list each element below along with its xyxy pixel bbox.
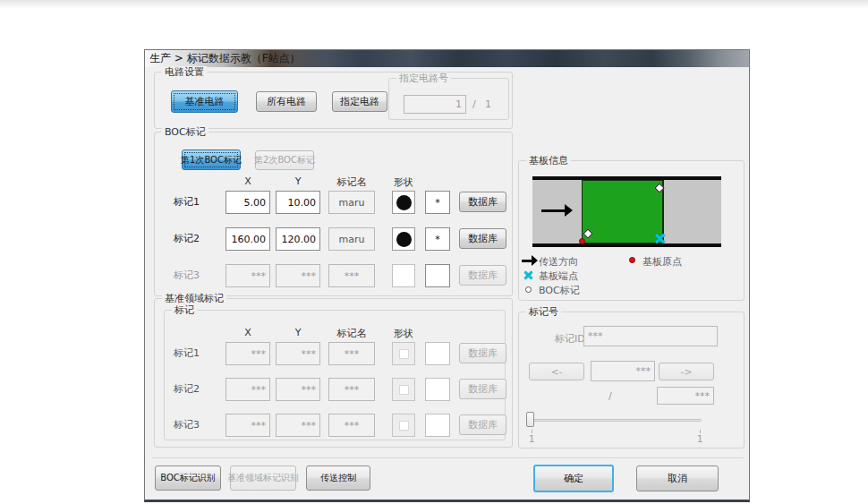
boc-row2-label: 标记2 — [174, 227, 200, 251]
boc-row2-shape-circle-icon — [392, 227, 415, 251]
ref-header-name: 标记名 — [323, 327, 380, 340]
mark-total-field: *** — [657, 387, 714, 405]
prev-mark-button: <- — [529, 363, 584, 380]
ref-area-mark-recognize-button: 基准领域标记识别 — [230, 466, 296, 491]
boc-row3-star-field — [425, 264, 450, 287]
board-endpoint-x-icon — [655, 234, 665, 243]
slider-tick-min — [532, 430, 532, 433]
ref-row2-shape-square-icon — [392, 378, 415, 401]
ref-row2-y-field: *** — [276, 378, 320, 401]
boc-header-name: 标记名 — [323, 175, 380, 189]
boc-row2-y-field[interactable]: 120.00 — [276, 227, 320, 251]
reference-mark-inner-label: 标记 — [172, 304, 197, 316]
cancel-button[interactable]: 取消 — [636, 466, 719, 491]
ref-row3-label: 标记3 — [174, 414, 200, 437]
ref-row3-name-field: *** — [328, 414, 375, 437]
first-boc-mark-button[interactable]: 第1次BOC标记 — [182, 149, 241, 170]
transfer-control-button[interactable]: 传送控制 — [306, 466, 370, 491]
boc-row1-y-field[interactable]: 10.00 — [276, 191, 320, 214]
boc-header-shape: 形状 — [384, 175, 423, 189]
reference-area-mark-label: 基准领域标记 — [162, 293, 226, 304]
circuit-settings-label: 电路设置 — [162, 66, 207, 78]
ref-row2-star-field — [425, 378, 450, 401]
boc-row2-star-field[interactable]: * — [425, 227, 450, 251]
specified-circuit-number-field: 1 — [404, 95, 466, 114]
ref-row1-star-field — [425, 342, 450, 365]
ok-button[interactable]: 确定 — [533, 465, 614, 492]
specify-circuit-button[interactable]: 指定电路 — [332, 91, 387, 112]
boc-row3-shape-empty — [392, 264, 415, 287]
board-rect — [582, 180, 664, 243]
ref-row1-shape-square-icon — [392, 342, 415, 365]
slider-max-label: 1 — [697, 434, 702, 444]
legend-board-endpoint: 基板端点 — [539, 269, 578, 283]
boc-row1-database-button[interactable]: 数据库 — [459, 192, 506, 212]
origin-dot-icon — [629, 257, 635, 263]
boc-row1-x-field[interactable]: 5.00 — [226, 191, 270, 214]
ref-row2-label: 标记2 — [174, 378, 200, 401]
slider-min-label: 1 — [529, 434, 534, 444]
boc-mark-icon — [525, 286, 532, 293]
board-conveyor-graphic — [532, 176, 721, 247]
base-circuit-button[interactable]: 基准电路 — [171, 90, 238, 113]
boc-row3-x-field: *** — [226, 264, 270, 287]
mark-slider-thumb[interactable] — [526, 412, 534, 427]
transfer-arrow-icon — [541, 209, 565, 212]
ref-header-x: X — [226, 327, 270, 338]
boc-row3-name-field: *** — [328, 264, 375, 287]
ref-row2-database-button: 数据库 — [459, 379, 506, 399]
boc-header-x: X — [226, 175, 270, 187]
ref-row3-y-field: *** — [276, 414, 320, 437]
boc-mark-recognize-button[interactable]: BOC标记识别 — [155, 466, 221, 491]
ref-row3-shape-square-icon — [392, 414, 415, 437]
boc-row3-y-field: *** — [276, 264, 320, 287]
ref-row2-x-field: *** — [226, 378, 270, 401]
mark-slider-track[interactable] — [530, 419, 702, 422]
board-info-label: 基板信息 — [526, 155, 571, 167]
ref-header-shape: 形状 — [384, 327, 423, 340]
boc-row2-x-field[interactable]: 160.00 — [226, 227, 270, 251]
specified-circuit-number-label: 指定电路号 — [396, 73, 451, 84]
boc-row2-database-button[interactable]: 数据库 — [459, 228, 506, 249]
arrow-right-icon — [522, 255, 536, 267]
window-title: 生产 > 标记数据示教（F站点） — [145, 50, 749, 67]
next-mark-button: -> — [659, 363, 714, 380]
conveyor-rail-bottom — [532, 243, 721, 247]
boc-row1-label: 标记1 — [174, 191, 200, 214]
mark-id-field: *** — [583, 326, 718, 346]
footer-divider — [152, 457, 744, 458]
mark-id-label: 标记ID — [555, 332, 585, 346]
mark-count-separator: / — [608, 390, 612, 402]
transfer-arrow-head-icon — [565, 204, 573, 217]
page-top-band — [0, 0, 868, 9]
ref-row1-label: 标记1 — [174, 342, 200, 365]
boc-row1-name-field: maru — [328, 191, 375, 214]
boc-row1-shape-circle-icon — [392, 191, 415, 214]
mark-counter-field: *** — [591, 361, 655, 381]
boc-row2-name-field: maru — [328, 227, 375, 251]
ref-row1-name-field: *** — [328, 342, 375, 365]
ref-row3-star-field — [425, 414, 450, 437]
ref-row1-x-field: *** — [226, 342, 270, 365]
circuit-number-separator: / — [472, 98, 476, 110]
ref-row2-name-field: *** — [328, 378, 375, 401]
boc-row3-label: 标记3 — [174, 264, 200, 287]
dialog-window: 生产 > 标记数据示教（F站点） 电路设置 基准电路 所有电路 指定电路 指定电… — [144, 49, 750, 502]
second-boc-mark-button: 第2次BOC标记 — [255, 150, 314, 170]
boc-row1-star-field[interactable]: * — [425, 191, 450, 214]
endpoint-x-icon — [524, 271, 532, 279]
ref-row3-database-button: 数据库 — [459, 414, 506, 435]
board-origin-dot-icon — [579, 238, 585, 244]
circuit-number-total: 1 — [485, 98, 491, 110]
ref-row3-x-field: *** — [226, 414, 270, 437]
mark-number-label: 标记号 — [526, 306, 561, 318]
legend-board-origin: 基板原点 — [642, 255, 682, 269]
boc-header-y: Y — [276, 175, 320, 187]
ref-header-y: Y — [276, 327, 320, 338]
boc-mark-label: BOC标记 — [162, 126, 208, 138]
legend-transfer-direction: 传送方向 — [539, 255, 578, 269]
slider-tick-max — [700, 430, 701, 433]
all-circuits-button[interactable]: 所有电路 — [256, 91, 317, 112]
ref-row1-y-field: *** — [276, 342, 320, 365]
boc-row3-database-button: 数据库 — [459, 265, 506, 286]
